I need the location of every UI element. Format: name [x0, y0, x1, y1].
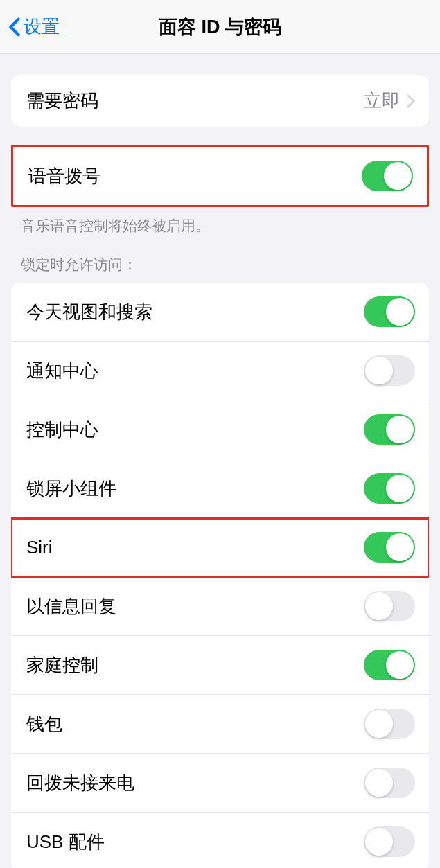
toggle-knob: [386, 533, 414, 561]
toggle-knob: [365, 828, 393, 856]
lock-access-row[interactable]: 通知中心: [11, 342, 429, 400]
lock-access-toggle[interactable]: [364, 826, 415, 857]
lock-access-label: 家庭控制: [26, 653, 98, 677]
toggle-knob: [365, 357, 393, 384]
toggle-knob: [386, 475, 414, 502]
lock-access-label: 锁屏小组件: [26, 477, 116, 501]
lock-access-toggle[interactable]: [364, 355, 415, 386]
chevron-left-icon: [8, 17, 21, 37]
lock-access-label: 今天视图和搜索: [26, 300, 152, 324]
lock-access-toggle[interactable]: [364, 650, 415, 680]
toggle-knob: [365, 710, 393, 738]
lock-access-row[interactable]: Siri: [11, 518, 429, 577]
lock-access-row[interactable]: 以信息回复: [11, 577, 429, 636]
toggle-knob: [386, 416, 414, 443]
lock-access-row[interactable]: 钱包: [11, 695, 429, 754]
lock-access-row[interactable]: 今天视图和搜索: [11, 283, 429, 342]
voice-dial-toggle[interactable]: [362, 161, 413, 191]
back-label: 设置: [24, 15, 60, 39]
toggle-knob: [365, 769, 393, 797]
lock-access-toggle[interactable]: [364, 768, 415, 798]
require-passcode-group: 需要密码 立即: [11, 75, 429, 127]
back-button[interactable]: 设置: [0, 15, 60, 39]
lock-access-label: Siri: [26, 537, 53, 558]
toggle-knob: [386, 298, 414, 326]
require-passcode-value-wrap: 立即: [364, 89, 415, 113]
lock-access-toggle[interactable]: [364, 591, 415, 621]
lock-access-row[interactable]: USB 配件: [11, 813, 429, 868]
voice-dial-group: 语音拨号: [11, 145, 429, 207]
toggle-knob: [365, 592, 393, 620]
voice-dial-footer: 音乐语音控制将始终被启用。: [0, 207, 440, 236]
lock-access-label: USB 配件: [26, 830, 105, 854]
lock-access-label: 以信息回复: [26, 594, 116, 619]
lock-access-toggle[interactable]: [364, 473, 415, 504]
lock-access-label: 控制中心: [26, 418, 98, 442]
lock-access-toggle[interactable]: [364, 709, 415, 739]
lock-access-row[interactable]: 锁屏小组件: [11, 459, 429, 518]
lock-access-label: 回拨未接来电: [26, 771, 134, 795]
toggle-knob: [386, 651, 414, 679]
lock-access-row[interactable]: 家庭控制: [11, 636, 429, 695]
lock-access-row[interactable]: 控制中心: [11, 400, 429, 459]
require-passcode-row[interactable]: 需要密码 立即: [11, 75, 429, 127]
lock-access-row[interactable]: 回拨未接来电: [11, 754, 429, 813]
navigation-bar: 设置 面容 ID 与密码: [0, 0, 440, 54]
require-passcode-label: 需要密码: [26, 89, 98, 113]
lock-access-label: 钱包: [26, 712, 62, 736]
page-title: 面容 ID 与密码: [159, 15, 281, 39]
toggle-knob: [384, 162, 412, 190]
require-passcode-value: 立即: [364, 89, 400, 113]
voice-dial-label: 语音拨号: [28, 164, 100, 188]
lock-access-toggle[interactable]: [364, 414, 415, 445]
lock-access-label: 通知中心: [26, 359, 98, 383]
lock-access-header: 锁定时允许访问：: [0, 236, 440, 280]
lock-access-group: 今天视图和搜索通知中心控制中心锁屏小组件Siri以信息回复家庭控制钱包回拨未接来…: [11, 283, 429, 868]
lock-access-toggle[interactable]: [364, 296, 415, 327]
chevron-right-icon: [407, 94, 415, 108]
voice-dial-row[interactable]: 语音拨号: [13, 147, 427, 205]
lock-access-toggle[interactable]: [364, 532, 415, 563]
